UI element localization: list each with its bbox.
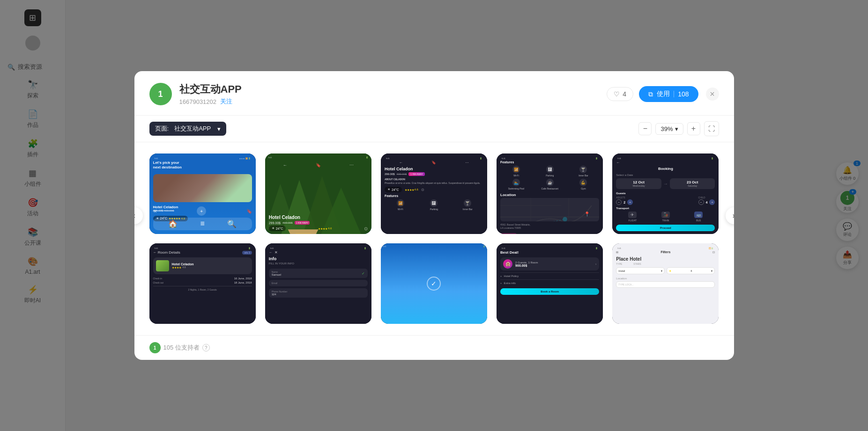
- page-selector-label: 页面:: [155, 124, 169, 133]
- card4-inner: 9:41 🔋 Features 📶 Wi-Fi 🅿 Parking: [497, 153, 603, 234]
- card8-bg: 9:41 🔋 ✓: [381, 243, 487, 324]
- zoom-plus-button[interactable]: +: [687, 122, 700, 135]
- card2-icons: ← 🔖 ⋯: [269, 163, 368, 168]
- card9-bg: 9:41 🔋 Best Deal! 🏨 2 Guests, 1 Room 900…: [497, 243, 603, 324]
- card5-back-row: ←: [616, 161, 715, 165]
- phone-card-6[interactable]: 9:41 🔋 ← Room Details info 3 Hotel Celad…: [149, 243, 256, 324]
- card6-nights: 2 Nights, 1 Room, 2 Guests: [153, 288, 252, 291]
- checkout-box: 23 Oct Saturday: [670, 178, 715, 189]
- transport-train: 🚂 TRAIN: [661, 212, 670, 222]
- card7-email-field: Email: [269, 280, 368, 286]
- phone-card-8[interactable]: 9:41 🔋 ✓: [381, 243, 487, 324]
- phone-card-1[interactable]: 9:41 ▲▲▲ 📶 🔋 Let's pick yournext destina…: [149, 153, 256, 234]
- use-count: 108: [678, 90, 689, 98]
- zoom-chevron: ▾: [675, 125, 678, 132]
- card2-statusbar: 9:41 🔋: [267, 155, 370, 159]
- copy-icon: ⧉: [648, 90, 653, 98]
- card6-checkout: Check out 18 June, 2018: [153, 281, 252, 284]
- card5-inner: 9:41 🔋 ← Booking Select a Date 12 Oct We…: [612, 153, 719, 234]
- adults-counter: − 2 +: [616, 199, 633, 205]
- card7-inner: 9:41 🔋 ← ✕ Info FILL IN YOUR INFO Name: [265, 243, 371, 324]
- phone-card-7[interactable]: 9:41 🔋 ← ✕ Info FILL IN YOUR INFO Name: [265, 243, 371, 324]
- card1-inner: 9:41 ▲▲▲ 📶 🔋 Let's pick yournext destina…: [149, 153, 256, 234]
- card1-bottom-nav: 🏠 ≡ 🔍: [153, 218, 252, 230]
- card9-deal: 🏨 2 Guests, 1 Room 900.00$ ›: [500, 257, 599, 270]
- card2-temp: ☀ 24°C: [269, 226, 286, 231]
- card9-book-btn: Book a Room: [500, 288, 599, 295]
- modal-footer: 1 105 位支持者 ?: [134, 335, 734, 360]
- fullscreen-button[interactable]: ⛶: [704, 121, 719, 136]
- card2-price-row: 299.00$ 499.00$ 1 KM AWAY: [269, 221, 368, 225]
- feature-parking: 🅿 Parking: [418, 199, 450, 211]
- location-input[interactable]: TYPE LOCA...: [616, 281, 715, 288]
- card4-location-title: Location: [500, 193, 599, 197]
- card3-inner: 9:41 🔋 ← 🔖 ⋯ Hotel Celadon 299.00$ 499.0…: [381, 153, 487, 234]
- feature-cafe: ☕ Cafe Restaurant: [534, 179, 566, 190]
- page-selector[interactable]: 页面: 社交互动APP ▾: [149, 122, 227, 136]
- use-button[interactable]: ⧉ 使用 108: [639, 86, 698, 102]
- card10-statusbar: 9:41 📶🔋: [616, 246, 715, 249]
- card2-footer: ☀ 24°C ★★★★ 4.6 ⊙: [269, 226, 368, 231]
- card9-statusbar: 9:41 🔋: [500, 246, 599, 249]
- footer-avatar: 1: [149, 342, 161, 353]
- location-pin: 📍: [584, 212, 590, 217]
- card10-location-label: Location: [616, 277, 715, 280]
- modal-title: 社交互动APP: [179, 82, 607, 96]
- stars-select[interactable]: ★ 4 ▾: [667, 267, 715, 274]
- page-selector-name: 社交互动APP: [174, 124, 211, 133]
- info-tag: info 3: [242, 251, 252, 255]
- card5-date-row: 12 Oct Wednesday → 23 Oct Saturday: [616, 178, 715, 189]
- use-label: 使用: [657, 90, 670, 98]
- card6-statusbar: 9:41 🔋: [153, 246, 252, 249]
- phone-card-3[interactable]: 9:41 🔋 ← 🔖 ⋯ Hotel Celadon 299.00$ 499.0…: [381, 153, 487, 234]
- type-select[interactable]: Hotel ▾: [616, 267, 665, 274]
- card2-hotel-name: Hotel Celadon: [269, 215, 368, 220]
- card10-header: ⊞ Filters ⊡: [616, 250, 715, 254]
- zoom-value-display[interactable]: 39% ▾: [655, 123, 683, 135]
- phone-card-9[interactable]: 9:41 🔋 Best Deal! 🏨 2 Guests, 1 Room 900…: [497, 243, 603, 324]
- card7-statusbar: 9:41 🔋: [269, 246, 368, 249]
- like-button[interactable]: ♡ 4: [607, 87, 633, 101]
- modal-grid: 9:41 ▲▲▲ 📶 🔋 Let's pick yournext destina…: [134, 142, 734, 335]
- page-selector-chevron: ▾: [217, 125, 221, 132]
- card7-title: Info: [269, 256, 368, 261]
- card4-distance: 1 KM AWAY: [500, 233, 517, 234]
- close-button[interactable]: ×: [706, 88, 719, 101]
- feature-pool: 🏊 Swimming Pool: [500, 179, 532, 190]
- modal-toolbar: 页面: 社交互动APP ▾ − 39% ▾ + ⛶: [134, 116, 734, 142]
- phone-card-5[interactable]: 9:41 🔋 ← Booking Select a Date 12 Oct We…: [612, 153, 719, 234]
- modal-header: 1 社交互动APP 16679031202 关注 ♡ 4 ⧉ 使用 108: [134, 71, 734, 116]
- zoom-minus-button[interactable]: −: [638, 122, 652, 135]
- card7-name-field: Name Samuel ✓: [269, 269, 368, 278]
- feature-bar-2: 🍸 Inner Bar: [568, 166, 600, 177]
- card6-checkin: Check in 16 June, 2018: [153, 277, 252, 280]
- phone-card-4[interactable]: 9:41 🔋 Features 📶 Wi-Fi 🅿 Parking: [497, 153, 603, 234]
- card5-transport-row: ✈ FLIGHT 🚂 TRAIN 🚌 BUS: [616, 212, 715, 222]
- card3-temp-row: ☀ 24°C ★★★★ 4.6 ⊙: [385, 187, 483, 192]
- card3-nav-icons: ← 🔖 ⋯: [385, 161, 483, 165]
- card3-bg: 9:41 🔋 ← 🔖 ⋯ Hotel Celadon 299.00$ 499.0…: [381, 153, 487, 234]
- follow-button[interactable]: 关注: [220, 97, 232, 106]
- transport-bus: 🚌 BUS: [694, 212, 703, 222]
- card4-map: 📍: [500, 198, 599, 221]
- modal: ‹ › 1 社交互动APP 16679031202 关注 ♡ 4 ⧉: [134, 71, 734, 360]
- card2-text: Hotel Celadon 299.00$ 499.00$ 1 KM AWAY: [269, 215, 368, 225]
- card2-inner: 9:41 🔋 ← 🔖 ⋯ Hotel Celadon 299.00$: [265, 153, 371, 234]
- feature-wifi-2: 📶 Wi-Fi: [500, 166, 532, 177]
- card6-hotel-mini: Hotel Celadon ★★★★ 4.6: [153, 257, 252, 274]
- card10-type-stars: TYPE STARS: [616, 263, 715, 265]
- card1-controls: ✕ + 🔖: [153, 206, 252, 216]
- card1-statusbar: 9:41 ▲▲▲ 📶 🔋: [153, 156, 252, 160]
- supporters-section: 1 105 位支持者 ?: [149, 342, 210, 353]
- phone-card-10[interactable]: 9:41 📶🔋 ⊞ Filters ⊡ Place Hotel TYPE STA…: [612, 243, 719, 324]
- card5-bg: 9:41 🔋 ← Booking Select a Date 12 Oct We…: [612, 153, 719, 234]
- card6-bg: 9:41 🔋 ← Room Details info 3 Hotel Celad…: [149, 243, 256, 324]
- feature-gym: 💪 Gym: [568, 179, 600, 190]
- card3-price: 299.00$ 499.00$ 1 KM AWAY: [385, 172, 483, 176]
- card9-policy: + Hotel Policy: [500, 272, 599, 279]
- heart-icon: ♡: [614, 90, 620, 98]
- phone-card-2[interactable]: 9:41 🔋 ← 🔖 ⋯ Hotel Celadon 299.00$: [265, 153, 371, 234]
- card4-bg: 9:41 🔋 Features 📶 Wi-Fi 🅿 Parking: [497, 153, 603, 234]
- deal-icon: 🏨: [503, 259, 512, 269]
- modal-actions: ♡ 4 ⧉ 使用 108: [607, 86, 698, 102]
